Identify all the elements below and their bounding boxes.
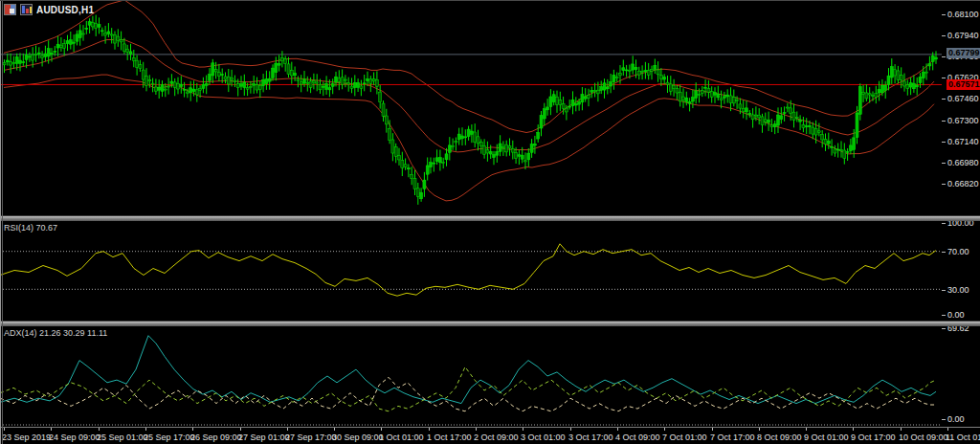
time-label: 8 Oct 09:00 — [757, 433, 802, 442]
window-icon — [4, 4, 16, 15]
adx-label: 0.00 — [947, 414, 965, 424]
time-label: 1 Oct 17:00 — [427, 433, 472, 442]
time-axis[interactable]: 23 Sep 201924 Sep 09:0025 Sep 01:0025 Se… — [0, 427, 980, 444]
rsi-label: 70.00 — [947, 247, 969, 256]
symbol-period-title: AUDUSD,H1 — [36, 5, 94, 15]
rsi-tick — [942, 315, 946, 316]
time-label: 3 Oct 01:00 — [521, 433, 566, 442]
price-label: 0.66820 — [947, 179, 979, 189]
main-price-chart[interactable]: AUDUSD,H1 — [0, 1, 942, 215]
time-tick — [476, 428, 477, 431]
time-tick — [947, 428, 948, 431]
time-tick — [664, 428, 665, 431]
time-label: 9 Oct 17:00 — [851, 433, 896, 442]
adx-indicator-panel[interactable]: ADX(14) 21.26 30.29 11.11 — [0, 326, 942, 427]
price-label: 0.67300 — [947, 116, 979, 125]
time-label: 27 Sep 17:00 — [285, 433, 337, 442]
time-tick — [853, 428, 854, 431]
time-label: 25 Sep 01:00 — [97, 433, 148, 442]
time-label: 7 Oct 01:00 — [662, 433, 707, 442]
rsi-tick — [942, 252, 946, 253]
rsi-label: RSI(14) 70.67 — [4, 223, 57, 233]
time-tick — [4, 428, 5, 431]
time-tick — [759, 428, 760, 431]
time-label: 11 Oct 01:00 — [946, 433, 980, 442]
time-tick — [570, 428, 571, 431]
price-tick — [942, 121, 946, 122]
rsi-tick — [942, 223, 946, 224]
price-tick — [942, 14, 946, 15]
time-label: 25 Sep 17:00 — [144, 433, 195, 442]
adx-chart-canvas[interactable] — [0, 326, 942, 427]
rsi-label: 30.00 — [947, 285, 969, 295]
time-tick — [240, 428, 241, 431]
time-tick — [51, 428, 52, 431]
time-label: 24 Sep 09:00 — [49, 433, 100, 442]
time-label: 30 Sep 09:00 — [332, 433, 384, 442]
time-label: 9 Oct 01:00 — [804, 433, 849, 442]
price-label: 0.67460 — [947, 94, 979, 103]
time-label: 10 Oct 09:00 — [899, 433, 948, 442]
adx-tick — [942, 328, 946, 329]
price-tick — [942, 99, 946, 100]
red-level-price-badge: 0.67571 — [947, 79, 980, 90]
price-tick — [942, 163, 946, 164]
time-label: 1 Oct 01:00 — [379, 433, 424, 442]
time-label: 2 Oct 09:00 — [474, 433, 519, 442]
time-tick — [617, 428, 618, 431]
time-tick — [287, 428, 288, 431]
time-tick — [381, 428, 382, 431]
time-label: 7 Oct 17:00 — [710, 433, 755, 442]
price-label: 0.67140 — [947, 137, 979, 146]
candlestick-chart-canvas[interactable] — [0, 1, 942, 215]
price-tick — [942, 184, 946, 185]
time-label: 27 Sep 01:00 — [238, 433, 290, 442]
rsi-chart-canvas[interactable] — [0, 221, 942, 321]
price-tick — [942, 78, 946, 78]
time-tick — [99, 428, 100, 431]
bid-price-badge: 0.67799 — [947, 48, 980, 58]
adx-label: ADX(14) 21.26 30.29 11.11 — [4, 328, 107, 338]
time-label: 26 Sep 09:00 — [190, 433, 242, 442]
time-label: 4 Oct 09:00 — [615, 433, 660, 442]
time-label: 3 Oct 17:00 — [568, 433, 613, 442]
rsi-tick — [942, 290, 946, 291]
panel-splitter-adx[interactable] — [0, 321, 980, 326]
rsi-label: 0.00 — [947, 310, 965, 320]
price-tick — [942, 142, 946, 143]
panel-splitter-rsi[interactable] — [0, 215, 980, 221]
time-tick — [901, 428, 902, 431]
adx-tick — [942, 419, 946, 420]
time-tick — [145, 428, 146, 431]
price-label: 0.66980 — [947, 158, 979, 167]
time-tick — [429, 428, 430, 431]
price-tick — [942, 35, 946, 36]
price-label: 0.68100 — [947, 10, 979, 19]
chart-icon — [20, 4, 33, 15]
time-tick — [192, 428, 193, 431]
price-label: 0.67940 — [947, 31, 979, 40]
rsi-indicator-panel[interactable]: RSI(14) 70.67 — [0, 221, 942, 321]
time-tick — [523, 428, 523, 431]
chart-window: AUDUSD,H1 RSI(14) 70.67 ADX(14) 21.26 30… — [0, 0, 980, 444]
price-axis[interactable]: 0.67799 0.67571 0.681000.679400.677800.6… — [942, 1, 980, 427]
time-tick — [334, 428, 335, 431]
time-tick — [712, 428, 713, 431]
time-label: 23 Sep 2019 — [2, 433, 51, 442]
price-tick — [942, 56, 946, 57]
time-tick — [806, 428, 807, 431]
chart-title-bar: AUDUSD,H1 — [4, 4, 94, 15]
